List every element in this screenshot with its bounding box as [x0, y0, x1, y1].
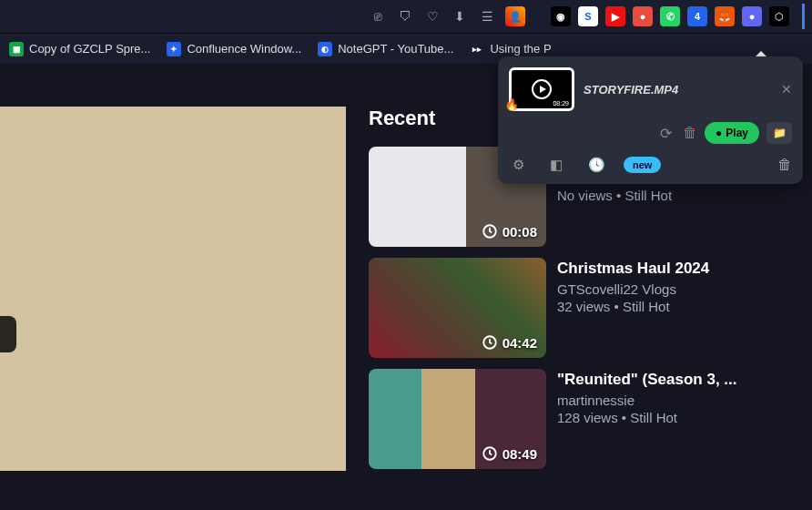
shield-icon[interactable]: ⛉ — [396, 7, 414, 26]
bookmark-icon: ◐ — [318, 42, 332, 56]
video-title: "Reunited" (Season 3, ... — [557, 371, 794, 389]
history-icon[interactable]: 🕓 — [588, 157, 605, 173]
bookmark-item[interactable]: ◐NoteGPT - YouTube... — [318, 42, 453, 56]
duration-badge: 04:42 — [482, 334, 537, 351]
extension-icon[interactable]: 🦊 — [715, 6, 735, 26]
download-duration: 08:29 — [553, 100, 569, 107]
play-icon — [532, 79, 552, 99]
bookmark-item[interactable]: ▦Copy of GZCLP Spre... — [9, 42, 150, 56]
video-channel: GTScovelli22 Vlogs — [557, 281, 812, 297]
close-icon[interactable]: ✕ — [781, 82, 792, 97]
video-item[interactable]: 04:42Christmas Haul 2024GTScovelli22 Vlo… — [369, 258, 812, 358]
list-icon[interactable]: ☰ — [478, 7, 496, 26]
clock-icon — [482, 334, 498, 351]
folder-icon: 📁 — [773, 127, 787, 139]
video-views: 32 views • Still Hot — [557, 299, 812, 314]
video-item[interactable]: 08:49"Reunited" (Season 3, ...martinness… — [369, 369, 812, 469]
delete-icon[interactable]: 🗑 — [683, 125, 697, 141]
settings-icon[interactable]: ⚙ — [513, 157, 524, 173]
flame-icon: 🔥 — [504, 97, 519, 111]
extension-icon[interactable]: ⬡ — [769, 6, 789, 26]
play-circle-icon: ● — [716, 127, 722, 139]
play-button[interactable]: ●Play — [705, 122, 759, 144]
duration-badge: 08:49 — [482, 445, 537, 462]
video-thumbnail: 04:42 — [369, 258, 546, 358]
extension-icon[interactable]: 4 — [687, 6, 707, 26]
download-icon[interactable]: ⬇ — [451, 7, 469, 26]
avatar-icon[interactable]: 👤 — [505, 6, 525, 26]
video-views: 128 views • Still Hot — [557, 410, 812, 425]
extension-icon[interactable]: S — [578, 6, 598, 26]
folder-button[interactable]: 📁 — [766, 122, 792, 144]
bookmark-icon: ✦ — [167, 42, 181, 56]
bookmark-item[interactable]: ▸▸Using the P — [470, 42, 551, 56]
bookmark-icon: ▸▸ — [470, 42, 484, 56]
heart-icon[interactable]: ♡ — [423, 7, 442, 26]
refresh-icon[interactable]: ⟳ — [660, 125, 672, 142]
video-thumbnail: 08:49 — [369, 369, 546, 469]
panel-icon[interactable]: ◧ — [550, 157, 563, 173]
video-title: Christmas Haul 2024 — [557, 260, 794, 278]
extension-icon[interactable]: ● — [633, 6, 653, 26]
download-thumbnail: 🔥 08:29 — [509, 67, 574, 111]
extension-icon[interactable]: ▶ — [605, 6, 625, 26]
bookmark-item[interactable]: ✦Confluence Window... — [167, 42, 301, 56]
download-filename: STORYFIRE.MP4 — [584, 83, 772, 97]
bookmark-label: Copy of GZCLP Spre... — [29, 42, 150, 56]
video-player[interactable] — [0, 107, 346, 471]
duration-badge: 00:08 — [482, 223, 537, 240]
video-views: No views • Still Hot — [557, 188, 812, 203]
browser-toolbar: ⎚ ⛉ ♡ ⬇ ☰ 👤 ◉S▶●✆4🦊●⬡ — [0, 0, 812, 33]
clock-icon — [482, 445, 498, 462]
camera-icon[interactable]: ⎚ — [369, 7, 387, 26]
bookmark-icon: ▦ — [9, 42, 24, 56]
extension-icon[interactable]: ✆ — [660, 6, 680, 26]
video-channel: martinnessie — [557, 393, 812, 408]
bookmark-label: NoteGPT - YouTube... — [338, 42, 453, 56]
clear-all-icon[interactable]: 🗑 — [777, 157, 792, 173]
extension-icon[interactable]: ◉ — [551, 6, 571, 26]
tab-indicator — [802, 4, 805, 29]
extension-icon[interactable]: ● — [742, 6, 762, 26]
bookmark-label: Using the P — [490, 42, 551, 56]
new-badge: new — [624, 157, 661, 173]
download-panel: 🔥 08:29 STORYFIRE.MP4 ✕ ⟳ 🗑 ●Play 📁 ⚙ ◧ … — [498, 56, 803, 184]
bookmark-label: Confluence Window... — [187, 42, 301, 56]
clock-icon — [482, 223, 498, 240]
